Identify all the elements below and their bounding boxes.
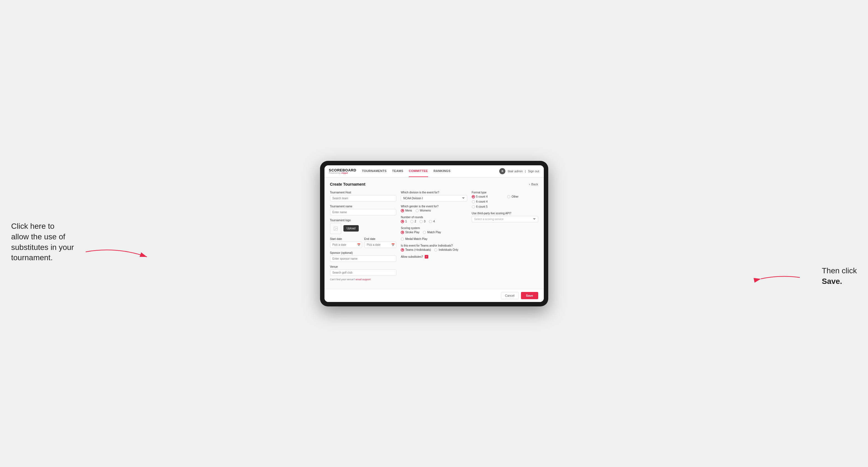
rounds-1-dot xyxy=(401,220,404,223)
teams-label: Is this event for Teams and/or Individua… xyxy=(401,244,467,247)
substitutes-label: Allow substitutes? xyxy=(401,255,423,258)
individuals-only-dot xyxy=(434,248,437,252)
rounds-3-dot xyxy=(420,220,423,223)
format-other-dot xyxy=(507,195,510,198)
navbar: SCOREBOARD Powered by clippd TOURNAMENTS… xyxy=(324,165,544,178)
sponsor-input[interactable] xyxy=(330,255,397,262)
rounds-3[interactable]: 3 xyxy=(420,220,426,223)
sponsor-group: Sponsor (optional) xyxy=(330,251,397,262)
back-link[interactable]: ‹ Back xyxy=(529,183,538,186)
form-grid: Tournament Host Tournament name Tourname… xyxy=(330,191,538,281)
rounds-label: Number of rounds xyxy=(401,216,467,219)
division-select[interactable]: NCAA Division I xyxy=(401,195,467,201)
nav-username: blair admin xyxy=(507,169,523,173)
teams-group: Is this event for Teams and/or Individua… xyxy=(401,244,467,252)
scoring-match[interactable]: Match Play xyxy=(423,231,441,234)
start-date-wrapper: 📅 xyxy=(330,242,362,248)
page-title: Create Tournament xyxy=(330,182,365,186)
format-5count4[interactable]: 5 count 4 xyxy=(472,195,503,198)
gender-womens-label: Womens xyxy=(420,209,431,212)
rounds-1[interactable]: 1 xyxy=(401,220,407,223)
scoring-stroke-dot xyxy=(401,231,404,234)
gender-mens-label: Mens xyxy=(405,209,412,212)
rounds-2-dot xyxy=(410,220,413,223)
format-other[interactable]: Other xyxy=(507,195,538,198)
date-row: Start date 📅 End date 📅 xyxy=(330,238,397,248)
scoring-medal-dot xyxy=(401,238,404,241)
upload-button[interactable]: Upload xyxy=(343,225,359,231)
substitutes-checkbox[interactable]: ✓ xyxy=(425,255,428,258)
logo-upload-area: Upload xyxy=(330,223,397,234)
rounds-2[interactable]: 2 xyxy=(410,220,416,223)
rounds-4[interactable]: 4 xyxy=(429,220,435,223)
page-container: Click here to allow the use of substitut… xyxy=(11,161,857,306)
end-date-label: End date xyxy=(364,238,396,241)
scoring-api-group: Use third-party live scoring API? Select… xyxy=(472,212,538,222)
gender-group: Which gender is the event for? Mens Wome… xyxy=(401,205,467,212)
gender-mens-dot xyxy=(401,209,404,212)
venue-hint: Can't find your venue? email support xyxy=(330,278,397,281)
individuals-only[interactable]: Individuals Only xyxy=(434,248,458,252)
form-footer: Cancel Save xyxy=(324,289,544,302)
nav-link-rankings[interactable]: RANKINGS xyxy=(434,165,451,177)
teams-radio-group: Teams (+Individuals) Individuals Only xyxy=(401,248,467,252)
tournament-host-group: Tournament Host xyxy=(330,191,397,201)
rounds-group: Number of rounds 1 2 xyxy=(401,216,467,223)
tournament-host-input[interactable] xyxy=(330,195,397,201)
scoring-api-label: Use third-party live scoring API? xyxy=(472,212,538,215)
venue-input[interactable] xyxy=(330,270,397,276)
avatar: B xyxy=(499,168,505,174)
annotation-right: Then click Save. xyxy=(822,266,857,287)
gender-womens-dot xyxy=(415,209,419,212)
scoring-label: Scoring system xyxy=(401,226,467,229)
tournament-name-input[interactable] xyxy=(330,209,397,215)
division-label: Which division is the event for? xyxy=(401,191,467,194)
substitutes-group: Allow substitutes? ✓ xyxy=(401,255,467,258)
division-group: Which division is the event for? NCAA Di… xyxy=(401,191,467,201)
form-col-3: Format type 5 count 4 Other xyxy=(472,191,538,281)
tournament-name-group: Tournament name xyxy=(330,205,397,215)
tablet-frame: SCOREBOARD Powered by clippd TOURNAMENTS… xyxy=(320,161,548,306)
gender-label: Which gender is the event for? xyxy=(401,205,467,208)
scoring-stroke[interactable]: Stroke Play xyxy=(401,231,420,234)
sponsor-label: Sponsor (optional) xyxy=(330,251,397,254)
format-6count5[interactable]: 6 count 5 xyxy=(472,205,503,209)
format-6count5-dot xyxy=(472,205,475,209)
save-button[interactable]: Save xyxy=(521,292,538,299)
form-col-2: Which division is the event for? NCAA Di… xyxy=(401,191,467,281)
format-label: Format type xyxy=(472,191,538,194)
scoring-api-select[interactable]: Select a scoring service xyxy=(472,216,538,222)
rounds-4-dot xyxy=(429,220,432,223)
main-content: Create Tournament ‹ Back Tournament Host… xyxy=(324,178,544,289)
nav-logo: SCOREBOARD Powered by clippd xyxy=(329,168,356,174)
start-date-group: Start date 📅 xyxy=(330,238,362,248)
tournament-host-label: Tournament Host xyxy=(330,191,397,194)
tournament-name-label: Tournament name xyxy=(330,205,397,208)
form-col-1: Tournament Host Tournament name Tourname… xyxy=(330,191,397,281)
format-options: 5 count 4 Other 6 count 4 xyxy=(472,195,538,209)
nav-separator: | xyxy=(525,169,526,173)
venue-email-link[interactable]: email support xyxy=(356,278,371,281)
teams-plus[interactable]: Teams (+Individuals) xyxy=(401,248,431,252)
calendar-icon-start: 📅 xyxy=(357,243,361,246)
nav-link-teams[interactable]: TEAMS xyxy=(392,165,403,177)
svg-point-2 xyxy=(335,227,335,228)
gender-womens[interactable]: Womens xyxy=(415,209,431,212)
substitutes-item[interactable]: Allow substitutes? ✓ xyxy=(401,255,467,258)
tournament-logo-label: Tournament logo xyxy=(330,219,397,222)
cancel-button[interactable]: Cancel xyxy=(501,292,519,299)
scoring-radio-group: Stroke Play Match Play Medal Match Play xyxy=(401,231,467,241)
format-6count4-dot xyxy=(472,200,475,204)
tablet-screen: SCOREBOARD Powered by clippd TOURNAMENTS… xyxy=(324,165,544,302)
scoring-medal[interactable]: Medal Match Play xyxy=(401,238,427,241)
rounds-radio-group: 1 2 3 xyxy=(401,220,467,223)
nav-links: TOURNAMENTS TEAMS COMMITTEE RANKINGS xyxy=(362,165,499,177)
nav-link-tournaments[interactable]: TOURNAMENTS xyxy=(362,165,386,177)
format-6count4[interactable]: 6 count 4 xyxy=(472,200,503,204)
page-header: Create Tournament ‹ Back xyxy=(330,182,538,186)
sign-out-link[interactable]: Sign out xyxy=(528,169,539,173)
arrow-left xyxy=(83,241,150,264)
tournament-logo-group: Tournament logo Upload xyxy=(330,219,397,234)
gender-mens[interactable]: Mens xyxy=(401,209,412,212)
nav-link-committee[interactable]: COMMITTEE xyxy=(409,165,428,177)
